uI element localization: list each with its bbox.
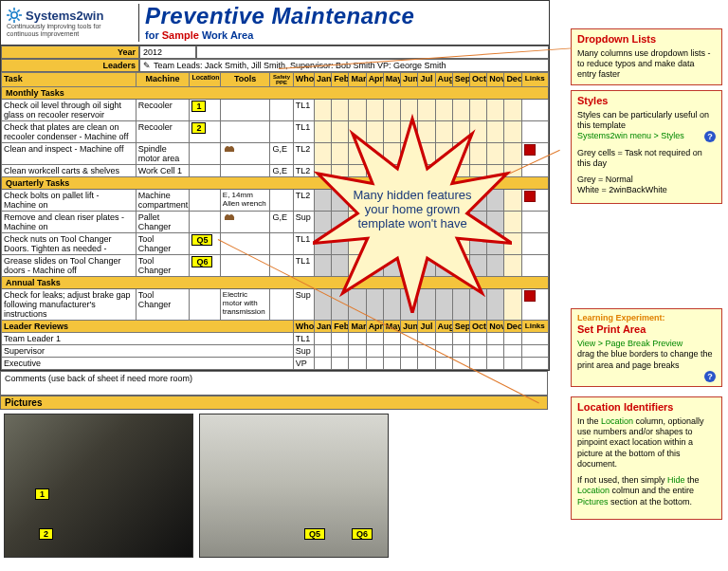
- year-value[interactable]: 2012: [139, 46, 196, 59]
- hdr-sep[interactable]: Sep: [452, 73, 469, 87]
- svg-line-7: [9, 19, 10, 21]
- hdr-dec[interactable]: Dec: [504, 73, 521, 87]
- hdr-nov[interactable]: Nov: [487, 73, 504, 87]
- table-row[interactable]: Clean workcell carts & shelves Work Cell…: [2, 165, 549, 177]
- hdr-oct[interactable]: Oct: [469, 73, 486, 87]
- hdr-location[interactable]: Location: [190, 73, 220, 87]
- callout-title: Dropdown Lists: [577, 33, 716, 46]
- pdf-icon[interactable]: [524, 144, 536, 156]
- photo-tag: 2: [39, 528, 53, 540]
- table-row[interactable]: Supervisor Sup: [2, 345, 549, 358]
- hdr-may[interactable]: May: [383, 73, 400, 87]
- hdr-apr[interactable]: Apr: [366, 73, 383, 87]
- logo-text: Systems2win: [26, 9, 103, 23]
- page-subtitle: for Sample Work Area: [145, 29, 543, 41]
- task-table: Task Machine Location Tools SafetyPPE Wh…: [1, 72, 549, 370]
- callout-dropdown: Dropdown Lists Many columns use dropdown…: [571, 28, 722, 85]
- hdr-links[interactable]: Links: [521, 73, 548, 87]
- section-monthly: Monthly Tasks: [2, 87, 549, 100]
- table-row[interactable]: Check nuts on Tool Changer Doors. Tighte…: [2, 233, 549, 255]
- callout-title: Styles: [577, 95, 716, 108]
- gloves-icon: [223, 144, 236, 154]
- gear-logo-icon: [7, 8, 22, 23]
- leaders-value[interactable]: ✎ Team Leads: Jack Smith, Jill Smith, Su…: [139, 59, 549, 72]
- logo-tagline: Continuously improving tools for continu…: [7, 23, 133, 37]
- svg-line-5: [9, 10, 10, 12]
- callout-title: Location Identifiers: [577, 401, 716, 414]
- table-row[interactable]: Check bolts on pallet lift - Machine on …: [2, 190, 549, 212]
- leaders-row: Leaders ✎ Team Leads: Jack Smith, Jill S…: [1, 59, 549, 72]
- table-row[interactable]: Executive VP: [2, 358, 549, 370]
- hdr-jun[interactable]: Jun: [401, 73, 418, 87]
- photo-2: Q5 Q6: [199, 414, 389, 558]
- leader-header-row: Leader Reviews Who JanFebMarAprMayJunJul…: [2, 321, 549, 333]
- svg-line-6: [17, 19, 19, 21]
- photo-tag: Q6: [352, 528, 373, 540]
- pdf-icon[interactable]: [524, 290, 536, 302]
- page-title: Preventive Maintenance: [145, 3, 543, 29]
- callout-print: Learning Experiment: Set Print Area View…: [571, 308, 722, 387]
- callout-location: Location Identifiers In the Location col…: [571, 396, 722, 520]
- hdr-who[interactable]: Who: [293, 73, 314, 87]
- location-marker: Q6: [191, 256, 212, 267]
- section-quarterly: Quarterly Tasks: [2, 177, 549, 190]
- title-cell: Preventive Maintenance for Sample Work A…: [139, 1, 549, 45]
- table-row[interactable]: Check that plates are clean on recooler …: [2, 121, 549, 143]
- photo-tag: Q5: [304, 528, 325, 540]
- hdr-feb[interactable]: Feb: [332, 73, 349, 87]
- hdr-jul[interactable]: Jul: [418, 73, 435, 87]
- year-row: Year 2012: [1, 46, 549, 59]
- table-row[interactable]: Check oil level through oil sight glass …: [2, 100, 549, 121]
- table-row[interactable]: Check for leaks; adjust brake gap follow…: [2, 289, 549, 321]
- comments-box[interactable]: Comments (use back of sheet if need more…: [0, 371, 548, 396]
- logo-cell: Systems2win Continuously improving tools…: [1, 4, 139, 41]
- hdr-task[interactable]: Task: [2, 73, 136, 87]
- photo-1: 1 2: [4, 414, 193, 558]
- section-pictures: Pictures: [0, 396, 548, 410]
- header-bar: Systems2win Continuously improving tools…: [1, 1, 549, 46]
- info-icon[interactable]: ?: [704, 371, 716, 382]
- leaders-label: Leaders: [1, 59, 139, 72]
- year-label: Year: [1, 46, 139, 59]
- table-row[interactable]: Clean and inspect - Machine off Spindle …: [2, 143, 549, 165]
- column-headers: Task Machine Location Tools SafetyPPE Wh…: [2, 73, 549, 87]
- hdr-machine[interactable]: Machine: [136, 73, 190, 87]
- location-marker: Q5: [191, 234, 212, 246]
- hdr-tools[interactable]: Tools: [220, 73, 270, 87]
- pdf-icon[interactable]: [524, 191, 536, 202]
- hdr-aug[interactable]: Aug: [435, 73, 452, 87]
- svg-line-8: [17, 10, 19, 12]
- location-marker: 1: [191, 101, 206, 112]
- table-row[interactable]: Team Leader 1 TL1: [2, 333, 549, 345]
- table-row[interactable]: Remove and clean riser plates - Machine …: [2, 212, 549, 233]
- section-leader: Leader Reviews: [2, 321, 294, 333]
- photo-tag: 1: [35, 488, 49, 500]
- location-marker: 2: [191, 122, 206, 134]
- logo-brand: Systems2win: [7, 8, 133, 23]
- svg-point-0: [11, 12, 17, 18]
- gloves-icon: [223, 212, 236, 222]
- hdr-safety[interactable]: SafetyPPE: [270, 73, 293, 87]
- expand-icon[interactable]: ✎: [143, 61, 151, 70]
- callout-styles: Styles Styles can be particularly useful…: [571, 90, 722, 204]
- callout-title: Learning Experiment:: [577, 313, 716, 323]
- hdr-mar[interactable]: Mar: [349, 73, 366, 87]
- table-row[interactable]: Grease slides on Tool Changer doors - Ma…: [2, 255, 549, 277]
- hdr-jan[interactable]: Jan: [314, 73, 331, 87]
- section-annual: Annual Tasks: [2, 277, 549, 289]
